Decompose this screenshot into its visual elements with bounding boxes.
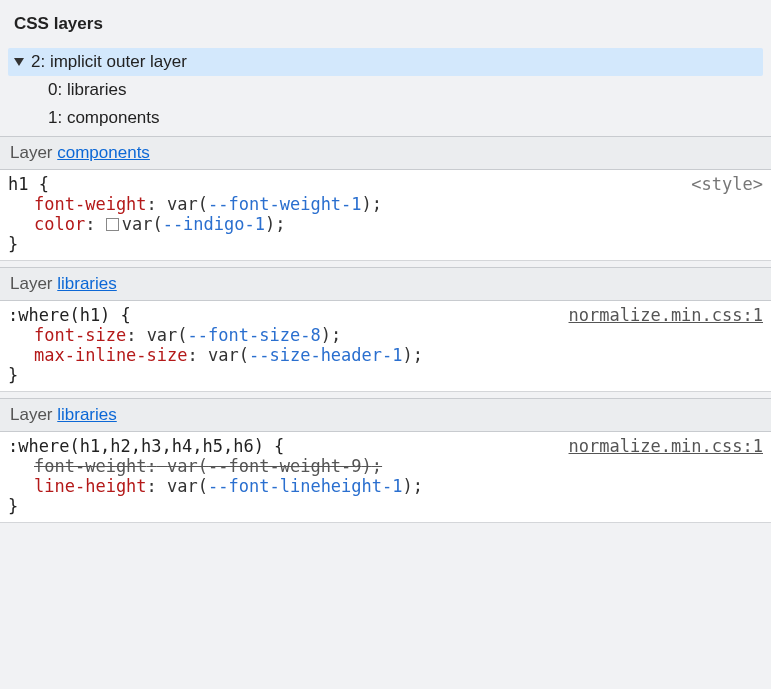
rule-selector[interactable]: :where(h1) { [8, 305, 131, 325]
layer-link[interactable]: components [57, 143, 150, 162]
colon: : [147, 456, 157, 476]
css-declaration[interactable]: font-size: var(--font-size-8); [8, 325, 763, 345]
var-close: ) [403, 476, 413, 496]
css-rule: :where(h1,h2,h3,h4,h5,h6) {normalize.min… [0, 432, 771, 523]
css-property: color [34, 214, 85, 234]
var-close: ) [362, 194, 372, 214]
colon: : [126, 325, 136, 345]
layer-tree: 2: implicit outer layer 0: libraries 1: … [0, 48, 771, 136]
layer-header: Layer libraries [0, 398, 771, 432]
css-property: font-weight [34, 194, 147, 214]
css-rule: h1 {<style>font-weight: var(--font-weigh… [0, 170, 771, 261]
css-property: font-size [34, 325, 126, 345]
colon: : [147, 194, 157, 214]
css-variable[interactable]: --size-header-1 [249, 345, 403, 365]
css-rule: :where(h1) {normalize.min.css:1font-size… [0, 301, 771, 392]
semicolon: ; [275, 214, 285, 234]
css-property: max-inline-size [34, 345, 188, 365]
var-close: ) [265, 214, 275, 234]
tree-label: 0: libraries [48, 80, 126, 100]
tree-row-child[interactable]: 0: libraries [8, 76, 763, 104]
chevron-down-icon[interactable] [14, 58, 24, 66]
colon: : [188, 345, 198, 365]
css-variable[interactable]: --font-size-8 [188, 325, 321, 345]
var-close: ) [403, 345, 413, 365]
var-open: var( [147, 325, 188, 345]
semicolon: ; [413, 345, 423, 365]
css-property: font-weight [34, 456, 147, 476]
css-variable[interactable]: --indigo-1 [163, 214, 265, 234]
tree-label: 2: implicit outer layer [31, 52, 187, 72]
var-close: ) [362, 456, 372, 476]
var-open: var( [167, 456, 208, 476]
css-declaration[interactable]: line-height: var(--font-lineheight-1); [8, 476, 763, 496]
rule-selector[interactable]: h1 { [8, 174, 49, 194]
layer-word: Layer [10, 143, 57, 162]
rule-source: <style> [691, 174, 763, 194]
layer-word: Layer [10, 274, 57, 293]
tree-row-child[interactable]: 1: components [8, 104, 763, 132]
css-declaration[interactable]: max-inline-size: var(--size-header-1); [8, 345, 763, 365]
layer-header: Layer components [0, 136, 771, 170]
layer-link[interactable]: libraries [57, 274, 117, 293]
css-declaration[interactable]: font-weight: var(--font-weight-9); [8, 456, 763, 476]
rule-close-brace: } [8, 234, 763, 254]
color-swatch-icon[interactable] [106, 218, 119, 231]
css-declaration[interactable]: color: var(--indigo-1); [8, 214, 763, 234]
var-open: var( [208, 345, 249, 365]
tree-row-root[interactable]: 2: implicit outer layer [8, 48, 763, 76]
colon: : [147, 476, 157, 496]
tree-label: 1: components [48, 108, 160, 128]
css-variable[interactable]: --font-weight-1 [208, 194, 362, 214]
css-variable[interactable]: --font-weight-9 [208, 456, 362, 476]
var-open: var( [167, 476, 208, 496]
semicolon: ; [372, 194, 382, 214]
css-property: line-height [34, 476, 147, 496]
layer-header: Layer libraries [0, 267, 771, 301]
var-open: var( [167, 194, 208, 214]
panel-title: CSS layers [0, 6, 771, 48]
rule-selector[interactable]: :where(h1,h2,h3,h4,h5,h6) { [8, 436, 284, 456]
semicolon: ; [331, 325, 341, 345]
var-close: ) [321, 325, 331, 345]
rule-close-brace: } [8, 365, 763, 385]
layer-word: Layer [10, 405, 57, 424]
semicolon: ; [372, 456, 382, 476]
colon: : [85, 214, 95, 234]
rule-close-brace: } [8, 496, 763, 516]
css-variable[interactable]: --font-lineheight-1 [208, 476, 402, 496]
css-declaration[interactable]: font-weight: var(--font-weight-1); [8, 194, 763, 214]
var-open: var( [122, 214, 163, 234]
layer-link[interactable]: libraries [57, 405, 117, 424]
semicolon: ; [413, 476, 423, 496]
rule-source[interactable]: normalize.min.css:1 [569, 436, 763, 456]
rule-source[interactable]: normalize.min.css:1 [569, 305, 763, 325]
